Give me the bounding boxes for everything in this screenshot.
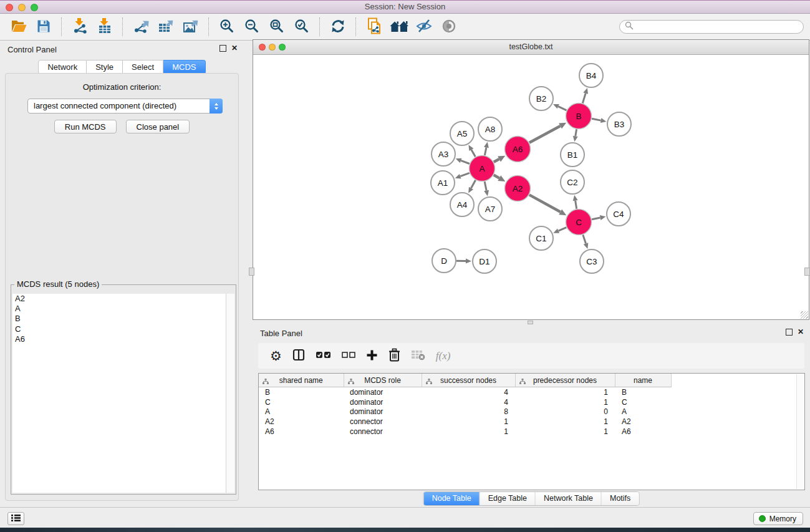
- delete-table-button[interactable]: [411, 350, 425, 362]
- mcds-result-item[interactable]: C: [12, 324, 234, 334]
- graph-node-C1[interactable]: C1: [529, 226, 553, 250]
- graph-edge-C-C4[interactable]: [592, 215, 605, 220]
- result-scrollbar[interactable]: [226, 294, 234, 493]
- table-cell[interactable]: A6: [259, 427, 344, 437]
- graph-node-A4[interactable]: A4: [450, 193, 474, 216]
- column-header-shared-name[interactable]: shared name: [259, 374, 344, 387]
- table-cell[interactable]: dominator: [344, 387, 422, 397]
- close-panel-icon[interactable]: ✕: [231, 45, 238, 52]
- table-cell[interactable]: 0: [515, 407, 615, 417]
- graph-edge-A2-C[interactable]: [529, 195, 566, 215]
- graph-node-A6[interactable]: A6: [505, 137, 531, 162]
- column-header-predecessor-nodes[interactable]: predecessor nodes: [515, 374, 615, 387]
- table-options-button[interactable]: ⚙: [270, 349, 282, 362]
- apply-layout-button[interactable]: [325, 16, 350, 38]
- graph-node-A5[interactable]: A5: [450, 122, 474, 145]
- graph-edge-A-A8[interactable]: [484, 142, 489, 155]
- tab-network-table[interactable]: Network Table: [536, 492, 602, 505]
- search-input[interactable]: [634, 22, 798, 32]
- graph-edge-B-B1[interactable]: [573, 129, 578, 142]
- table-cell[interactable]: 1: [515, 417, 615, 427]
- graph-node-C[interactable]: C: [566, 210, 592, 235]
- close-window-button[interactable]: [6, 4, 13, 11]
- graph-edge-C-C3[interactable]: [583, 235, 589, 249]
- table-cell[interactable]: dominator: [344, 407, 422, 417]
- graph-edge-B-B4[interactable]: [582, 88, 588, 103]
- import-table-button[interactable]: [92, 16, 117, 38]
- graph-node-A1[interactable]: A1: [431, 171, 455, 195]
- zoom-selected-button[interactable]: [289, 16, 314, 38]
- graph-edge-A-A5[interactable]: [468, 145, 475, 157]
- table-cell[interactable]: C: [615, 397, 671, 407]
- new-network-from-selection-button[interactable]: [362, 16, 387, 38]
- table-row[interactable]: A2connector11A2: [259, 417, 805, 427]
- show-columns-button[interactable]: [292, 349, 305, 363]
- table-cell[interactable]: 1: [515, 387, 615, 397]
- import-network-button[interactable]: [67, 16, 92, 38]
- zoom-window-button[interactable]: [31, 4, 38, 11]
- open-session-button[interactable]: [6, 16, 31, 38]
- memory-button[interactable]: Memory: [753, 512, 803, 525]
- split-handle-right[interactable]: [804, 268, 810, 276]
- table-cell[interactable]: A2: [615, 417, 671, 427]
- table-cell[interactable]: A6: [615, 427, 671, 437]
- graph-node-C3[interactable]: C3: [580, 249, 604, 273]
- graph-node-A7[interactable]: A7: [478, 197, 502, 221]
- table-cell[interactable]: 1: [422, 417, 515, 427]
- resize-grip-icon[interactable]: [801, 311, 808, 319]
- zoom-network-button[interactable]: [279, 44, 286, 51]
- column-header-mcds-role[interactable]: MCDS role: [344, 374, 422, 387]
- graph-node-D[interactable]: D: [432, 249, 456, 273]
- tab-network[interactable]: Network: [38, 60, 87, 74]
- table-row[interactable]: Adominator80A: [259, 407, 805, 417]
- close-network-button[interactable]: [259, 44, 266, 51]
- graph-edge-D-D1[interactable]: [456, 259, 471, 264]
- graph-node-B[interactable]: B: [566, 104, 592, 129]
- hide-selected-button[interactable]: [412, 16, 436, 38]
- table-row[interactable]: Bdominator41B: [259, 387, 805, 397]
- table-cell[interactable]: 4: [422, 397, 515, 407]
- minimize-window-button[interactable]: [18, 4, 26, 11]
- close-panel-button[interactable]: Close panel: [126, 120, 190, 133]
- column-header-successor-nodes[interactable]: successor nodes: [422, 374, 515, 387]
- select-all-button[interactable]: [316, 351, 331, 361]
- table-cell[interactable]: C: [259, 397, 344, 407]
- graph-edge-A-A3[interactable]: [456, 158, 470, 164]
- criterion-select[interactable]: largest connected component (directed): [27, 99, 223, 114]
- table-cell[interactable]: 1: [422, 427, 515, 437]
- table-cell[interactable]: A2: [259, 417, 344, 427]
- graph-edge-C-C1[interactable]: [553, 228, 566, 233]
- add-row-button[interactable]: [366, 349, 378, 363]
- tab-node-table[interactable]: Node Table: [424, 492, 480, 505]
- table-cell[interactable]: 8: [422, 407, 515, 417]
- zoom-fit-button[interactable]: [264, 16, 289, 38]
- tab-style[interactable]: Style: [87, 60, 123, 74]
- table-cell[interactable]: B: [259, 387, 344, 397]
- split-handle-left[interactable]: [249, 268, 254, 276]
- graph-node-A8[interactable]: A8: [478, 117, 502, 141]
- tab-motifs[interactable]: Motifs: [602, 492, 639, 505]
- graph-node-C4[interactable]: C4: [607, 202, 630, 226]
- graph-node-C2[interactable]: C2: [561, 170, 584, 194]
- graph-edge-C-C2[interactable]: [573, 195, 578, 209]
- mcds-result-item[interactable]: A2: [12, 294, 234, 304]
- table-cell[interactable]: A: [615, 407, 671, 417]
- float-panel-icon[interactable]: [786, 329, 793, 336]
- graph-node-B4[interactable]: B4: [579, 64, 603, 87]
- zoom-in-button[interactable]: [215, 16, 239, 38]
- tab-mcds[interactable]: MCDS: [163, 60, 205, 74]
- graph-node-A[interactable]: A: [470, 156, 495, 181]
- table-cell[interactable]: A: [259, 407, 344, 417]
- tab-select[interactable]: Select: [123, 60, 163, 74]
- graph-edge-A-A6[interactable]: [494, 156, 505, 162]
- table-cell[interactable]: connector: [344, 417, 422, 427]
- tab-edge-table[interactable]: Edge Table: [480, 492, 536, 505]
- minimize-network-button[interactable]: [269, 44, 276, 51]
- graph-edge-B-B2[interactable]: [553, 104, 566, 110]
- graph-edge-A6-B[interactable]: [529, 123, 566, 143]
- close-panel-icon[interactable]: ✕: [798, 329, 804, 336]
- mcds-result-item[interactable]: A6: [12, 334, 234, 344]
- graph-edge-A-A2[interactable]: [494, 175, 506, 181]
- function-builder-button[interactable]: f(x): [436, 350, 451, 362]
- show-all-button[interactable]: [436, 16, 461, 38]
